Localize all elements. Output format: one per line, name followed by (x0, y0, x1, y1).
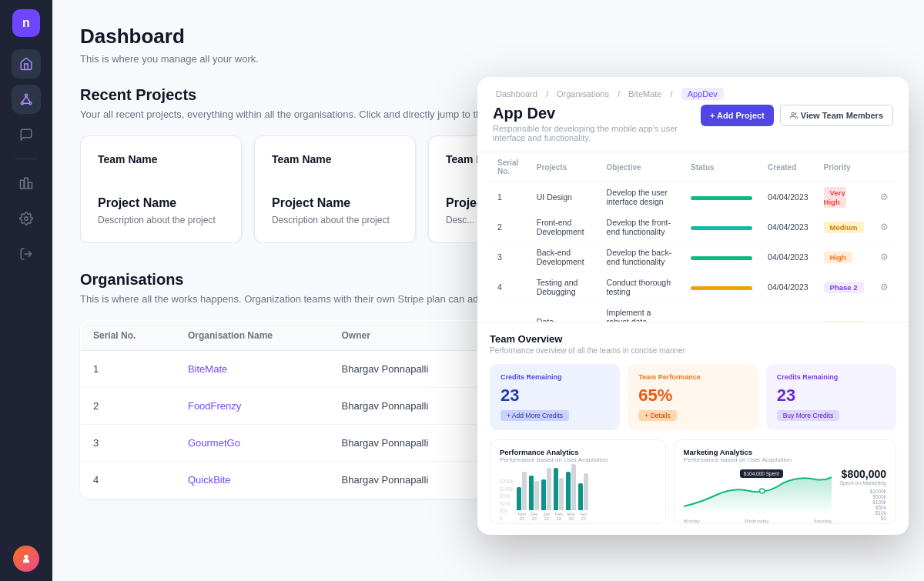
marketing-chart-title: Marketing Analytics (684, 448, 886, 456)
proj-priority-1: Very High (816, 182, 872, 212)
svg-point-12 (792, 112, 794, 115)
proj-priority-4: Phase 2 (816, 272, 872, 302)
stat-card-credits: Credits Remaining 23 + Add More Credits (490, 364, 620, 430)
proj-status-2 (683, 212, 760, 242)
proj-settings-1[interactable]: ⚙ (872, 182, 896, 212)
project-row-2: 2 Front-end Development Develop the fron… (490, 212, 896, 242)
proj-settings-4[interactable]: ⚙ (872, 272, 896, 302)
add-project-button[interactable]: + Add Project (701, 105, 774, 126)
card-desc-2: Description about the project (272, 215, 398, 225)
project-row-5: 5 Data Management Implement a robust dat… (490, 302, 896, 322)
performance-chart-subtitle: Performance based on User Acquisition (500, 456, 656, 463)
project-card-1[interactable]: Team Name Project Name Description about… (80, 135, 242, 243)
proj-status-1 (683, 182, 760, 212)
proj-obj-1: Develop the user interface design (599, 182, 683, 212)
proj-name-4: Testing and Debugging (529, 272, 599, 302)
user-avatar[interactable] (13, 546, 39, 572)
proj-priority-5: Medium (816, 302, 872, 322)
org-serial-3: 3 (81, 425, 176, 462)
org-name-1[interactable]: BiteMate (176, 351, 330, 388)
app-logo[interactable]: n (12, 9, 40, 37)
sidebar-item-org[interactable] (12, 169, 41, 198)
card-desc-1: Description about the project (98, 215, 224, 225)
page-title: Dashboard (80, 25, 896, 48)
proj-priority-3: High (816, 242, 872, 272)
col-owner: Owner (330, 321, 486, 351)
overlay-col-status: Status (683, 152, 760, 182)
stat-value-credits2: 23 (777, 386, 886, 406)
overlay-actions: + Add Project View Team Members (701, 105, 893, 126)
svg-rect-8 (28, 182, 32, 189)
stat-card-credits2: Credits Remaining 23 Buy More Credits (766, 364, 896, 430)
stat-value-performance: 65% (638, 386, 747, 406)
stat-label-credits2: Credits Remaining (777, 373, 886, 381)
team-overview-section: Team Overview Performance overview of al… (477, 322, 909, 535)
org-owner-4: Bhargav Ponnapalli (330, 462, 486, 499)
stat-card-performance: Team Performance 65% + Details (628, 364, 758, 430)
sidebar-item-logout[interactable] (12, 239, 41, 269)
bar-chart (517, 468, 589, 510)
sidebar-item-chat[interactable] (12, 120, 41, 149)
add-more-credits-button[interactable]: + Add More Credits (500, 410, 569, 421)
overlay-projects-area: Serial No. Projects Objective Status Cre… (477, 152, 909, 322)
breadcrumb-bitemate[interactable]: BiteMate (628, 89, 661, 99)
sidebar-item-network[interactable] (12, 85, 41, 114)
team-overview-title: Team Overview (490, 333, 896, 345)
proj-created-1: 04/04/2023 (760, 182, 816, 212)
card-team-1: Team Name (98, 153, 224, 165)
breadcrumb: Dashboard / Organisations / BiteMate / A… (493, 89, 893, 99)
project-card-2[interactable]: Team Name Project Name Description about… (254, 135, 416, 243)
col-serial: Serial No. (81, 321, 176, 351)
stat-value-credits: 23 (500, 386, 609, 406)
project-row-4: 4 Testing and Debugging Conduct thorough… (490, 272, 896, 302)
overlay-col-priority: Priority (816, 152, 872, 182)
proj-name-5: Data Management (529, 302, 599, 322)
view-team-button[interactable]: View Team Members (780, 105, 893, 126)
org-name-4[interactable]: QuickBite (176, 462, 330, 499)
breadcrumb-dashboard[interactable]: Dashboard (496, 89, 537, 99)
overlay-col-projects: Projects (529, 152, 599, 182)
buy-more-credits-button[interactable]: Buy More Credits (777, 410, 840, 421)
overlay-projects-table: Serial No. Projects Objective Status Cre… (490, 152, 896, 322)
proj-settings-2[interactable]: ⚙ (872, 212, 896, 242)
card-project-2: Project Name (272, 196, 398, 210)
performance-chart: Performance Analytics Performance based … (490, 439, 666, 524)
org-name-3[interactable]: GourmetGo (176, 425, 330, 462)
overlay-col-action (872, 152, 896, 182)
overlay-col-created: Created (760, 152, 816, 182)
proj-serial-3: 3 (490, 242, 529, 272)
details-button[interactable]: + Details (638, 410, 676, 421)
svg-point-13 (759, 489, 764, 493)
org-owner-1: Bhargav Ponnapalli (330, 351, 486, 388)
svg-point-11 (24, 555, 28, 559)
proj-name-1: UI Design (529, 182, 599, 212)
overlay-col-serial: Serial No. (490, 152, 529, 182)
org-owner-3: Bhargav Ponnapalli (330, 425, 486, 462)
proj-obj-4: Conduct thorough testing (599, 272, 683, 302)
project-row-1: 1 UI Design Develop the user interface d… (490, 182, 896, 212)
stats-row: Credits Remaining 23 + Add More Credits … (490, 364, 896, 430)
proj-status-5 (683, 302, 760, 322)
proj-priority-2: Medium (816, 212, 872, 242)
proj-obj-2: Develop the front-end functionality (599, 212, 683, 242)
proj-settings-5[interactable]: ⚙ (872, 302, 896, 322)
proj-obj-3: Develop the back-end functionality (599, 242, 683, 272)
svg-point-9 (25, 217, 28, 221)
stat-label-performance: Team Performance (638, 373, 747, 381)
sidebar-item-home[interactable] (12, 49, 41, 78)
svg-point-0 (25, 94, 28, 96)
proj-serial-1: 1 (490, 182, 529, 212)
org-serial-4: 4 (81, 462, 176, 499)
breadcrumb-appdev[interactable]: AppDev (681, 88, 724, 100)
card-project-1: Project Name (98, 196, 224, 210)
breadcrumb-organisations[interactable]: Organisations (557, 89, 609, 99)
sidebar-item-settings[interactable] (12, 204, 41, 233)
proj-created-3: 04/04/2023 (760, 242, 816, 272)
proj-created-2: 04/04/2023 (760, 212, 816, 242)
sidebar: n (0, 0, 52, 581)
org-name-2[interactable]: FoodFrenzy (176, 388, 330, 425)
overlay-col-objective: Objective (599, 152, 683, 182)
chart-tooltip: $104,000 Spent (740, 469, 783, 478)
svg-line-3 (22, 96, 26, 102)
proj-settings-3[interactable]: ⚙ (872, 242, 896, 272)
